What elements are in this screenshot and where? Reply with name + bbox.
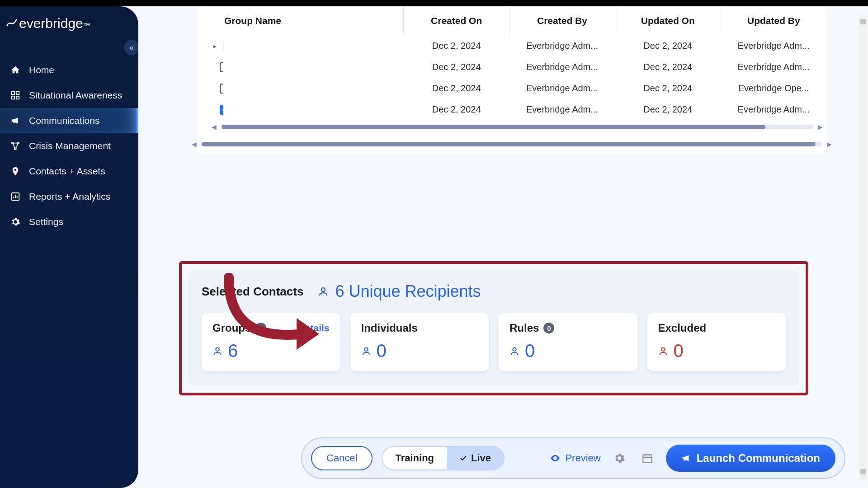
mode-live[interactable]: Live [447, 447, 504, 469]
sidebar-item-label: Situational Awareness [29, 90, 122, 101]
sidebar-item-situational-awareness[interactable]: Situational Awareness [0, 83, 138, 108]
dashboard-icon [10, 90, 21, 100]
row-created-by: Everbridge Adm... [509, 99, 615, 120]
preview-button[interactable]: Preview [550, 452, 600, 464]
row-updated-on: Dec 2, 2024 [615, 78, 721, 99]
row-checkbox[interactable] [220, 62, 223, 72]
row-created-on: Dec 2, 2024 [404, 78, 509, 99]
sidebar-item-label: Settings [29, 216, 63, 227]
svg-rect-2 [12, 96, 14, 99]
groups-details-link[interactable]: Details [298, 323, 330, 333]
scroll-right-icon[interactable]: ▶ [818, 123, 823, 131]
rules-count-badge: 0 [543, 323, 554, 333]
column-header-created-by[interactable]: Created By [509, 6, 615, 35]
sidebar-collapse-button[interactable]: « [124, 40, 139, 55]
sidebar-item-label: Communications [29, 115, 99, 126]
card-groups[interactable]: Groups 1 Details 6 [202, 313, 340, 371]
svg-point-5 [18, 142, 19, 144]
selected-contacts-panel: Selected Contacts 6 Unique Recipients Gr… [188, 270, 799, 386]
column-header-group-name[interactable]: Group Name [197, 6, 404, 35]
svg-point-9 [216, 347, 219, 351]
mode-toggle[interactable]: Training Live [382, 446, 505, 470]
sidebar-item-label: Crisis Management [29, 141, 111, 151]
svg-point-6 [14, 148, 16, 150]
logo-swash-icon [5, 16, 18, 29]
rules-value: 0 [525, 341, 535, 361]
column-header-updated-on[interactable]: Updated On [615, 6, 721, 35]
groups-count-badge: 1 [255, 323, 266, 333]
svg-rect-3 [16, 96, 19, 99]
sidebar-item-reports-analytics[interactable]: Reports + Analytics [0, 184, 138, 209]
individuals-value: 0 [377, 341, 387, 361]
card-excluded[interactable]: Excluded 0 [647, 313, 786, 371]
row-updated-by: Everbridge Adm... [721, 35, 826, 56]
sidebar-item-crisis-management[interactable]: Crisis Management [0, 133, 138, 159]
card-title: Excluded [658, 322, 707, 334]
row-updated-by: Everbridge Adm... [721, 56, 826, 78]
selected-contacts-label: Selected Contacts [202, 285, 303, 299]
table-row[interactable]: StaffingDec 2, 2024Everbridge Adm...Dec … [197, 78, 826, 99]
check-icon [459, 454, 467, 462]
groups-value: 6 [228, 341, 238, 361]
chart-icon [10, 192, 21, 202]
sidebar-item-settings[interactable]: Settings [0, 209, 138, 235]
brand-name: everbridge [19, 16, 83, 31]
mode-training[interactable]: Training [382, 447, 447, 469]
sidebar-item-label: Contacts + Assets [29, 166, 105, 177]
sidebar: everbridge™ « Home Situational Awareness… [0, 6, 138, 488]
chevron-left-icon: « [129, 43, 134, 52]
table-row[interactable]: TrainingDec 2, 2024Everbridge Adm...Dec … [197, 99, 826, 120]
groups-table-card: Group Name Created On Created By Updated… [197, 6, 826, 155]
sidebar-item-communications[interactable]: Communications [0, 108, 138, 133]
sidebar-item-label: Home [29, 65, 54, 75]
table-row[interactable]: ▸BuildingsDec 2, 2024Everbridge Adm...De… [197, 35, 826, 56]
gear-icon [10, 217, 21, 227]
svg-point-8 [321, 288, 325, 291]
scroll-left-icon[interactable]: ◀ [192, 141, 197, 148]
megaphone-icon [681, 453, 691, 463]
svg-point-13 [554, 457, 556, 459]
sidebar-item-home[interactable]: Home [0, 57, 138, 83]
eye-icon [550, 453, 561, 464]
selected-contacts-highlight: Selected Contacts 6 Unique Recipients Gr… [179, 261, 808, 395]
table-horizontal-scrollbar-outer[interactable]: ◀ ▶ [202, 142, 822, 146]
card-individuals[interactable]: Individuals 0 [350, 313, 489, 371]
scroll-right-icon[interactable]: ▶ [827, 141, 832, 148]
calendar-icon[interactable] [638, 452, 657, 464]
column-header-created-on[interactable]: Created On [404, 6, 509, 35]
cancel-button[interactable]: Cancel [311, 446, 373, 470]
row-checkbox[interactable] [220, 84, 223, 94]
bottom-action-bar: Cancel Training Live Preview Launch Comm… [301, 437, 845, 479]
pin-icon [10, 166, 21, 176]
column-header-updated-by[interactable]: Updated By [721, 6, 826, 35]
table-row[interactable]: Emergency ServicesDec 2, 2024Everbridge … [197, 56, 826, 78]
scroll-left-icon[interactable]: ◀ [212, 123, 217, 131]
excluded-value: 0 [674, 341, 684, 361]
svg-point-4 [12, 142, 14, 144]
row-created-by: Everbridge Adm... [509, 35, 615, 56]
sidebar-item-contacts-assets[interactable]: Contacts + Assets [0, 159, 138, 184]
person-icon [361, 346, 371, 356]
sidebar-nav: Home Situational Awareness Communication… [0, 57, 138, 235]
groups-table: Group Name Created On Created By Updated… [197, 6, 826, 120]
network-icon [10, 141, 21, 151]
row-created-on: Dec 2, 2024 [404, 99, 509, 120]
card-title: Rules [509, 322, 539, 334]
person-icon [212, 346, 222, 356]
row-checkbox[interactable] [223, 41, 223, 51]
launch-communication-button[interactable]: Launch Communication [666, 445, 835, 472]
row-created-by: Everbridge Adm... [509, 56, 615, 78]
expand-icon[interactable]: ▸ [213, 42, 217, 50]
row-checkbox[interactable] [220, 105, 223, 115]
vertical-scrollbar[interactable] [859, 14, 867, 479]
svg-rect-14 [643, 455, 652, 462]
card-title: Groups [212, 322, 251, 334]
person-icon [658, 346, 668, 356]
table-horizontal-scrollbar-inner[interactable]: ◀ ▶ [222, 125, 813, 129]
row-updated-on: Dec 2, 2024 [615, 35, 721, 56]
person-icon [318, 286, 329, 297]
row-updated-by: Everbridge Ope... [721, 78, 826, 99]
row-updated-on: Dec 2, 2024 [615, 99, 721, 120]
settings-icon[interactable] [610, 452, 629, 464]
card-rules[interactable]: Rules 0 0 [499, 313, 637, 371]
